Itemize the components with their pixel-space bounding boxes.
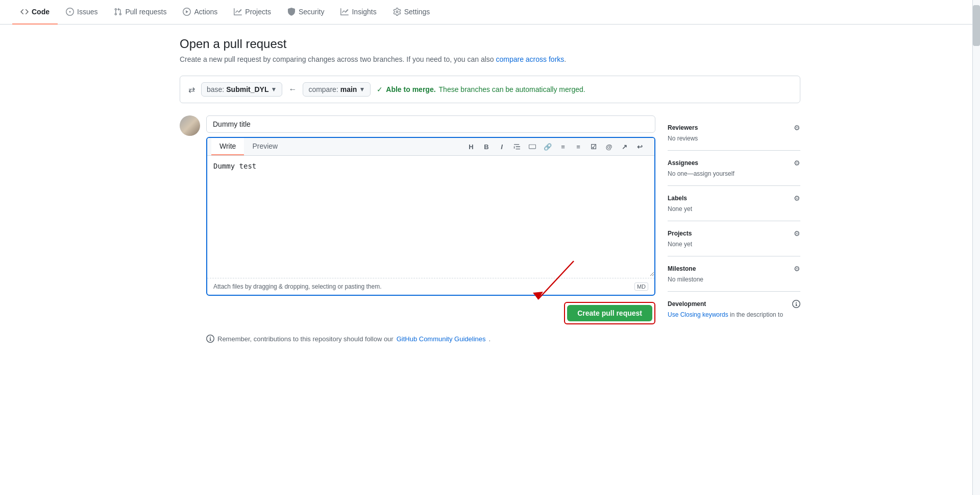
pr-form: Dummy title Write Preview H B [180, 115, 655, 343]
sidebar-milestone-title: Milestone [668, 265, 696, 272]
insights-icon [340, 8, 349, 16]
sidebar-development-header: Development [668, 300, 800, 308]
sidebar-reviewers-title: Reviewers [668, 124, 698, 131]
compare-branch-name: main [340, 85, 357, 93]
markdown-icon: MD [634, 282, 648, 291]
code-icon [20, 8, 29, 16]
sidebar-labels-header: Labels ⚙ [668, 194, 800, 202]
form-body: Dummy title Write Preview H B [206, 115, 655, 324]
merge-status-text: Able to merge. [386, 85, 435, 93]
nav-label-security: Security [299, 8, 325, 16]
sidebar-assignees: Assignees ⚙ No one—assign yourself [668, 151, 800, 186]
file-attach-bar: Attach files by dragging & dropping, sel… [207, 278, 654, 295]
assignees-gear-button[interactable]: ⚙ [794, 159, 800, 167]
development-info-icon [792, 300, 800, 308]
milestone-gear-button[interactable]: ⚙ [794, 265, 800, 273]
nav-label-pr: Pull requests [125, 8, 166, 16]
toolbar-undo-btn[interactable]: ↩ [633, 140, 646, 153]
create-pull-request-button[interactable]: Create pull request [567, 305, 652, 321]
nav-label-projects: Projects [245, 8, 271, 16]
nav-item-pull-requests[interactable]: Pull requests [106, 0, 175, 25]
branch-compare-bar: ⇄ base: Submit_DYL ▼ ← compare: main ▼ ✓… [180, 76, 800, 103]
nav-label-settings: Settings [404, 8, 430, 16]
scrollbar[interactable] [972, 0, 980, 355]
base-branch-name: Submit_DYL [226, 85, 268, 93]
sidebar-development-title: Development [668, 300, 706, 308]
sidebar-labels-title: Labels [668, 195, 687, 202]
compare-forks-link[interactable]: compare across forks [496, 55, 564, 63]
security-icon [287, 8, 296, 16]
sidebar-milestone-header: Milestone ⚙ [668, 265, 800, 273]
sidebar-projects-header: Projects ⚙ [668, 229, 800, 238]
nav-item-settings[interactable]: Settings [385, 0, 438, 25]
footer-text: Remember, contributions to this reposito… [217, 335, 394, 343]
pr-body-textarea[interactable]: Dummy test [207, 156, 654, 276]
avatar [180, 115, 200, 136]
toolbar-mention-btn[interactable]: @ [602, 140, 616, 153]
compare-label: compare: [308, 85, 338, 93]
editor-tab-list: Write Preview [211, 138, 286, 155]
toolbar-ul-btn[interactable]: ≡ [556, 140, 570, 153]
compare-branch-selector[interactable]: compare: main ▼ [303, 82, 371, 97]
sidebar-labels-value: None yet [668, 205, 800, 213]
projects-icon [234, 8, 242, 16]
check-icon: ✓ [377, 85, 383, 93]
file-attach-text: Attach files by dragging & dropping, sel… [213, 283, 382, 290]
toolbar-heading-btn[interactable]: H [464, 140, 478, 153]
toolbar-quote-btn[interactable] [510, 140, 524, 153]
editor-toolbar: H B I 🔗 ≡ ≡ [460, 138, 650, 155]
nav-item-issues[interactable]: Issues [58, 0, 106, 25]
sidebar-assignees-title: Assignees [668, 159, 698, 167]
sidebar-projects-title: Projects [668, 230, 692, 237]
nav-item-insights[interactable]: Insights [332, 0, 384, 25]
page-title: Open a pull request [180, 37, 800, 51]
top-nav: Code Issues Pull requests Actions [0, 0, 980, 25]
nav-label-issues: Issues [77, 8, 97, 16]
sidebar-reviewers-header: Reviewers ⚙ [668, 124, 800, 132]
toolbar-italic-btn[interactable]: I [495, 140, 508, 153]
nav-label-insights: Insights [352, 8, 376, 16]
sidebar-milestone-value: No milestone [668, 276, 800, 283]
nav-item-code[interactable]: Code [12, 0, 58, 25]
sidebar-reviewers-value: No reviews [668, 135, 800, 142]
tab-write[interactable]: Write [211, 138, 244, 155]
merge-status: ✓ Able to merge. These branches can be a… [377, 85, 585, 93]
base-dropdown-icon: ▼ [271, 86, 277, 93]
tab-preview[interactable]: Preview [244, 138, 286, 155]
footer-note: Remember, contributions to this reposito… [206, 335, 655, 343]
actions-icon [183, 8, 191, 16]
sidebar-development-value: Use Closing keywords in the description … [668, 311, 800, 318]
nav-item-actions[interactable]: Actions [175, 0, 226, 25]
toolbar-link-btn[interactable]: 🔗 [541, 140, 554, 153]
create-pr-wrapper: Create pull request [564, 302, 655, 324]
community-guidelines-link[interactable]: GitHub Community Guidelines [397, 335, 486, 343]
sidebar-assignees-header: Assignees ⚙ [668, 159, 800, 167]
scrollbar-thumb[interactable] [973, 5, 980, 46]
page-subtitle: Create a new pull request by comparing c… [180, 55, 800, 63]
toolbar-code-btn[interactable] [526, 140, 539, 153]
toolbar-ol-btn[interactable]: ≡ [572, 140, 585, 153]
sidebar-projects-value: None yet [668, 241, 800, 248]
pr-title-input[interactable]: Dummy title [206, 115, 655, 133]
toolbar-ref-btn[interactable]: ↗ [618, 140, 631, 153]
toolbar-bold-btn[interactable]: B [480, 140, 493, 153]
avatar-image [180, 115, 200, 136]
form-row: Dummy title Write Preview H B [180, 115, 655, 324]
compare-branches-icon: ⇄ [188, 85, 195, 95]
toolbar-task-btn[interactable]: ☑ [587, 140, 600, 153]
base-branch-selector[interactable]: base: Submit_DYL ▼ [201, 82, 282, 97]
nav-item-security[interactable]: Security [279, 0, 333, 25]
pr-sidebar: Reviewers ⚙ No reviews Assignees ⚙ No on… [668, 115, 800, 343]
closing-keywords-link[interactable]: Use Closing keywords [668, 311, 728, 318]
arrow-left-icon: ← [288, 85, 297, 94]
submit-area: Create pull request [206, 302, 655, 324]
pr-editor-container: Write Preview H B I [206, 137, 655, 296]
merge-desc-text: These branches can be automatically merg… [439, 85, 585, 93]
sidebar-labels: Labels ⚙ None yet [668, 186, 800, 221]
projects-gear-button[interactable]: ⚙ [794, 229, 800, 238]
pr-icon [114, 8, 122, 16]
nav-item-projects[interactable]: Projects [226, 0, 279, 25]
labels-gear-button[interactable]: ⚙ [794, 194, 800, 202]
reviewers-gear-button[interactable]: ⚙ [794, 124, 800, 132]
sidebar-projects: Projects ⚙ None yet [668, 221, 800, 256]
